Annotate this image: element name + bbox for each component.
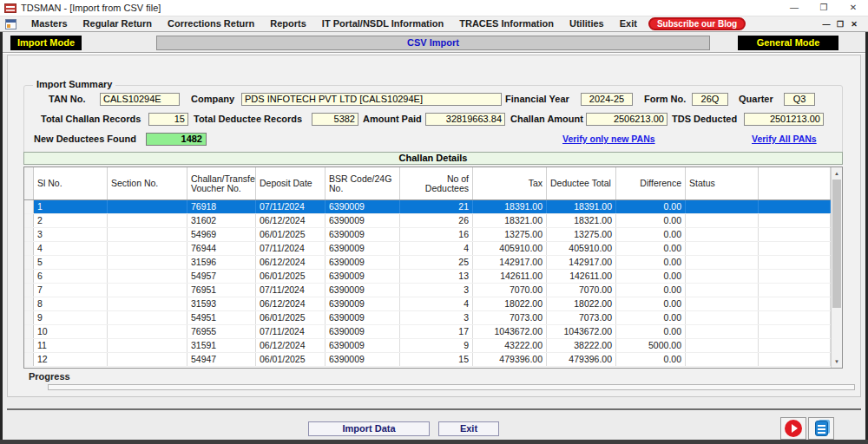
menu-item-traces-information[interactable]: TRACES Information (451, 16, 562, 31)
import-mode-button[interactable]: Import Mode (10, 36, 82, 50)
quarter-input[interactable]: Q3 (784, 93, 815, 106)
verify-new-pans-link[interactable]: Verify only new PANs (562, 134, 655, 144)
menu-item-corrections-return[interactable]: Corrections Return (160, 16, 262, 31)
row-header-cell[interactable] (24, 284, 34, 297)
cell-no-of-deductees: 26 (400, 214, 473, 227)
new-deductees-found-label: New Deductees Found (34, 133, 136, 146)
row-header-cell[interactable] (24, 228, 34, 241)
mdi-close-icon[interactable]: ✕ (847, 17, 861, 31)
table-row[interactable]: 95495106/01/2025639000937073.007073.000.… (24, 311, 842, 325)
cell-status (686, 242, 759, 255)
close-icon[interactable]: ✕ (838, 0, 868, 16)
grid-header-row: Sl No.Section No.Challan/Transfer Vouche… (24, 167, 842, 200)
cell-deposit-date: 06/01/2025 (256, 311, 326, 324)
form-icon (5, 19, 16, 29)
cell-challan-transfer-voucher-no-: 31593 (187, 297, 256, 310)
menu-items: MastersRegular ReturnCorrections ReturnR… (23, 16, 645, 31)
tan-input[interactable]: CALS10294E (100, 93, 180, 106)
table-row[interactable]: 107695507/11/20246390009171043672.001043… (24, 325, 842, 339)
row-header-cell[interactable] (24, 242, 34, 255)
exit-button[interactable]: Exit (438, 421, 499, 436)
cell-challan-transfer-voucher-no-: 31596 (187, 256, 256, 269)
row-header-cell[interactable] (24, 214, 34, 227)
row-header-cell[interactable] (24, 270, 34, 283)
grid-vertical-scrollbar[interactable]: ▲ ▼ (831, 167, 842, 368)
cell-section-no- (108, 242, 187, 255)
grid-corner-cell (24, 167, 34, 199)
row-header-cell[interactable] (24, 353, 34, 366)
cell-filler (759, 353, 831, 366)
column-header-section-no-[interactable]: Section No. (108, 167, 187, 199)
row-header-cell[interactable] (24, 311, 34, 324)
company-input[interactable]: PDS INFOTECH PVT LTD [CALS10294E] (241, 93, 502, 106)
verify-all-pans-link[interactable]: Verify All PANs (752, 134, 817, 144)
cell-deductee-total: 7073.00 (547, 311, 616, 324)
column-header-challan-transfer-voucher-no-[interactable]: Challan/Transfer Voucher No. (187, 167, 256, 199)
cell-status (686, 200, 759, 213)
column-header-no-of-deductees[interactable]: No of Deductees (400, 167, 473, 199)
column-header-sl-no-[interactable]: Sl No. (34, 167, 108, 199)
scroll-down-icon[interactable]: ▼ (832, 356, 842, 368)
menu-item-reports[interactable]: Reports (262, 16, 314, 31)
import-data-button[interactable]: Import Data (308, 421, 430, 436)
cell-difference: 0.00 (616, 270, 686, 283)
table-row[interactable]: 47694407/11/202463900094405910.00405910.… (24, 242, 842, 256)
cell-difference: 0.00 (616, 284, 686, 297)
cell-no-of-deductees: 9 (400, 339, 473, 352)
subscribe-blog-button[interactable]: Subscribe our Blog (648, 17, 746, 30)
cell-status (686, 284, 759, 297)
menu-item-masters[interactable]: Masters (23, 16, 76, 31)
table-row[interactable]: 125494706/01/2025639000915479396.0047939… (24, 353, 842, 367)
challan-amount-value: 2506213.00 (586, 113, 667, 126)
table-row[interactable]: 77695107/11/2024639000937070.007070.000.… (24, 284, 842, 297)
table-row[interactable]: 65495706/01/2025639000913142611.00142611… (24, 270, 842, 284)
cell-sl-no-: 12 (34, 353, 108, 366)
cell-tax: 142611.00 (473, 270, 547, 283)
row-header-cell[interactable] (24, 339, 34, 352)
cell-status (686, 339, 759, 352)
menu-item-utilities[interactable]: Utilities (562, 16, 612, 31)
cell-filler (759, 311, 831, 324)
menu-item-regular-return[interactable]: Regular Return (76, 16, 160, 31)
table-row[interactable]: 17691807/11/202463900092118391.0018391.0… (24, 200, 842, 214)
column-header-tax[interactable]: Tax (473, 167, 547, 199)
mdi-restore-icon[interactable]: ❐ (833, 17, 847, 31)
table-row[interactable]: 113159106/12/20246390009943222.0038222.0… (24, 339, 842, 353)
notes-button[interactable] (808, 417, 834, 440)
table-row[interactable]: 23160206/12/202463900092618321.0018321.0… (24, 214, 842, 228)
row-header-cell[interactable] (24, 325, 34, 338)
progress-bar (48, 384, 855, 390)
table-row[interactable]: 53159606/12/2024639000925142917.00142917… (24, 256, 842, 270)
cell-bsr-code-24g-no-: 6390009 (326, 242, 400, 255)
scrollbar-thumb[interactable] (832, 180, 841, 308)
row-header-cell[interactable] (24, 200, 34, 213)
row-header-cell[interactable] (24, 256, 34, 269)
menu-bar: MastersRegular ReturnCorrections ReturnR… (0, 16, 868, 32)
general-mode-button[interactable]: General Mode (738, 36, 838, 50)
cell-section-no- (108, 284, 187, 297)
cell-status (686, 325, 759, 338)
column-header-deposit-date[interactable]: Deposit Date (256, 167, 326, 199)
scroll-up-icon[interactable]: ▲ (832, 167, 842, 180)
column-header-status[interactable]: Status (686, 167, 759, 199)
column-header-filler (759, 167, 831, 199)
mdi-minimize-icon[interactable]: — (819, 17, 833, 31)
video-help-button[interactable] (780, 417, 806, 440)
cell-tax: 18022.00 (473, 297, 547, 310)
financial-year-input[interactable]: 2024-25 (581, 93, 633, 106)
column-header-deductee-total[interactable]: Deductee Total (547, 167, 616, 199)
column-header-difference[interactable]: Difference (616, 167, 686, 199)
form-no-input[interactable]: 26Q (692, 93, 728, 106)
minimize-icon[interactable]: — (779, 0, 809, 16)
table-row[interactable]: 35496906/01/202563900091613275.0013275.0… (24, 228, 842, 242)
table-row[interactable]: 83159306/12/20246390009418022.0018022.00… (24, 297, 842, 311)
maximize-icon[interactable]: ❐ (809, 0, 838, 16)
menu-item-it-portal-nsdl-information[interactable]: IT Portal/NSDL Information (314, 16, 451, 31)
row-header-cell[interactable] (24, 297, 34, 310)
cell-deposit-date: 06/12/2024 (256, 339, 326, 352)
cell-challan-transfer-voucher-no-: 54951 (187, 311, 256, 324)
column-header-bsr-code-24g-no-[interactable]: BSR Code/24G No. (326, 167, 400, 199)
form-no-label: Form No. (644, 93, 686, 106)
play-icon (785, 420, 802, 437)
menu-item-exit[interactable]: Exit (612, 16, 645, 31)
